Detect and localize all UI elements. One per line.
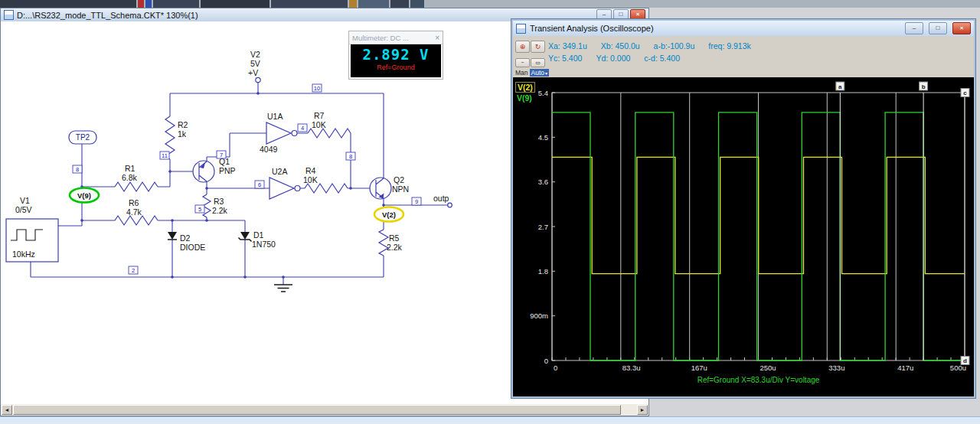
scope-titlebar[interactable]: Transient Analysis (Oscilloscope) – □ × bbox=[513, 21, 974, 37]
multimeter-window: Multimeter: DC ... × 2.892 V Ref=Ground bbox=[348, 31, 443, 80]
svg-text:8: 8 bbox=[76, 166, 79, 173]
node-number-5: 5 bbox=[195, 205, 204, 213]
micro-cap-app: D:...\RS232_mode_TTL_Schema.CKT* 130%(1)… bbox=[0, 0, 980, 424]
readout-cd: c-d: 5.400 bbox=[644, 54, 680, 63]
node-number-4: 4 bbox=[298, 124, 307, 132]
transistor-q2[interactable] bbox=[370, 178, 391, 199]
scroll-left-icon[interactable]: ◄ bbox=[2, 405, 12, 415]
u1a-name: U1A bbox=[267, 112, 283, 121]
svg-text:9: 9 bbox=[415, 198, 418, 205]
multimeter-ref: Ref=Ground bbox=[351, 64, 441, 71]
auto-dropdown[interactable]: Auto▾ bbox=[530, 69, 550, 77]
multimeter-title: Multimeter: DC ... bbox=[352, 34, 435, 42]
v9-probe-label: V(9) bbox=[77, 191, 91, 200]
waveform-plot[interactable]: 083.3u167u250u333u417u500u5.44.53.62.71.… bbox=[513, 77, 974, 396]
scope-wave-tool-icon[interactable]: ~ bbox=[515, 58, 530, 67]
svg-text:b: b bbox=[922, 83, 926, 90]
r5-name: R5 bbox=[389, 233, 400, 243]
inverter-u2a[interactable] bbox=[270, 178, 300, 199]
x-tick-label: 417u bbox=[897, 364, 913, 372]
toolbar-fragment bbox=[410, 0, 424, 8]
scope-refresh-icon[interactable]: ↻ bbox=[531, 41, 545, 53]
document-icon bbox=[4, 10, 14, 20]
inverter-u1a[interactable] bbox=[266, 122, 297, 144]
toolbar-fragment-strip bbox=[0, 0, 980, 8]
multimeter-display: 2.892 V Ref=Ground bbox=[351, 44, 441, 77]
toolbar-fragment bbox=[201, 0, 270, 8]
u2a-name: U2A bbox=[272, 167, 287, 176]
scope-window-icon bbox=[516, 24, 526, 34]
svg-text:c: c bbox=[963, 90, 967, 96]
readout-line-y: Yc: 5.400Yd: 0.000c-d: 5.400 bbox=[548, 52, 765, 64]
tp2-label: TP2 bbox=[76, 133, 90, 142]
scope-restore-button[interactable]: □ bbox=[929, 22, 947, 34]
ground-icon bbox=[274, 285, 292, 292]
scope-minimize-button[interactable]: – bbox=[905, 22, 923, 34]
scope-box-tool-icon[interactable]: ▭ bbox=[531, 58, 545, 67]
svg-text:2: 2 bbox=[132, 267, 135, 274]
toolbar-fragment bbox=[0, 0, 136, 8]
cursor-flag-c[interactable]: c bbox=[961, 89, 969, 97]
plus-v-terminal[interactable] bbox=[256, 77, 260, 82]
readout-xa: Xa: 349.1u bbox=[548, 41, 587, 51]
resistor-r1 bbox=[115, 182, 158, 191]
q2-name: Q2 bbox=[394, 175, 404, 184]
y-tick-label: 900m bbox=[530, 311, 548, 320]
toolbar-fragment bbox=[145, 0, 152, 8]
d2-value: DIODE bbox=[180, 243, 205, 252]
y-tick-label: 2.7 bbox=[538, 223, 548, 231]
junction-dots bbox=[80, 92, 385, 279]
x-tick-label: 0 bbox=[554, 364, 557, 372]
d1-value: 1N750 bbox=[252, 240, 276, 249]
x-tick-label: 167u bbox=[691, 364, 707, 372]
readout-yc: Yc: 5.400 bbox=[548, 54, 582, 63]
d2-name: D2 bbox=[180, 233, 191, 243]
r3-value: 2.2k bbox=[212, 206, 228, 215]
readout-yd: Yd: 0.000 bbox=[596, 54, 630, 63]
svg-text:6: 6 bbox=[258, 181, 261, 188]
diode-d2[interactable] bbox=[168, 232, 177, 240]
cursor-flag-d[interactable]: d bbox=[961, 357, 969, 365]
man-label[interactable]: Man bbox=[515, 69, 528, 77]
scope-display[interactable]: V(2) V(9) 083.3u167u250u333u417u500u5.44… bbox=[513, 77, 974, 396]
readout-xb: Xb: 450.0u bbox=[601, 41, 640, 51]
multimeter-titlebar[interactable]: Multimeter: DC ... × bbox=[349, 31, 443, 44]
x-tick-label: 83.3u bbox=[622, 364, 641, 372]
scope-toolbar: ⊕↻ ~▭ Man Auto▾ Xa: 349.1uXb: 450.0ua-b:… bbox=[513, 36, 974, 77]
transistor-q1[interactable] bbox=[193, 161, 214, 182]
cursor-flag-a[interactable]: a bbox=[836, 82, 844, 90]
node-number-9: 9 bbox=[412, 197, 421, 205]
r7-value: 10K bbox=[312, 120, 326, 129]
r6-name: R6 bbox=[129, 198, 139, 207]
legend-v2[interactable]: V(2) bbox=[515, 82, 535, 93]
scroll-right-icon[interactable]: ► bbox=[637, 405, 648, 415]
readout-ab: a-b:-100.9u bbox=[654, 41, 695, 51]
v1-value: 0/5V bbox=[15, 205, 32, 214]
diode-d1[interactable] bbox=[239, 232, 252, 242]
cursor-mode-row: Man Auto▾ bbox=[515, 69, 549, 77]
scope-cursor-tool-icon[interactable]: ⊕ bbox=[515, 41, 530, 53]
scrollbar-thumb[interactable] bbox=[13, 405, 621, 415]
toolbar-fragment bbox=[138, 0, 144, 8]
node-number-11: 11 bbox=[160, 152, 169, 159]
window-title: D:...\RS232_mode_TTL_Schema.CKT* 130%(1) bbox=[17, 11, 198, 20]
svg-text:8: 8 bbox=[349, 153, 352, 160]
close-icon[interactable]: × bbox=[435, 34, 439, 42]
auto-label: Auto bbox=[531, 69, 545, 77]
resistor-r7 bbox=[308, 129, 351, 138]
outp-terminal[interactable] bbox=[448, 203, 452, 207]
v2-name: V2 bbox=[250, 50, 260, 59]
resistor-r6 bbox=[115, 216, 158, 225]
svg-text:5: 5 bbox=[198, 206, 201, 213]
horizontal-scrollbar[interactable]: ◄ ► bbox=[1, 404, 648, 416]
chevron-down-icon: ▾ bbox=[545, 70, 547, 76]
v2-plus: +V bbox=[248, 68, 258, 77]
cursor-flag-b[interactable]: b bbox=[920, 82, 928, 90]
legend-v9[interactable]: V(9) bbox=[515, 93, 535, 103]
v2-probe-label: V(2) bbox=[382, 210, 396, 219]
resistors[interactable] bbox=[115, 116, 388, 256]
scope-close-button[interactable]: × bbox=[952, 22, 971, 34]
y-tick-label: 5.4 bbox=[538, 89, 548, 97]
plot-footer: Ref=Ground X=83.3u/Div Y=voltage bbox=[697, 376, 820, 384]
resistor-r4 bbox=[305, 184, 348, 193]
